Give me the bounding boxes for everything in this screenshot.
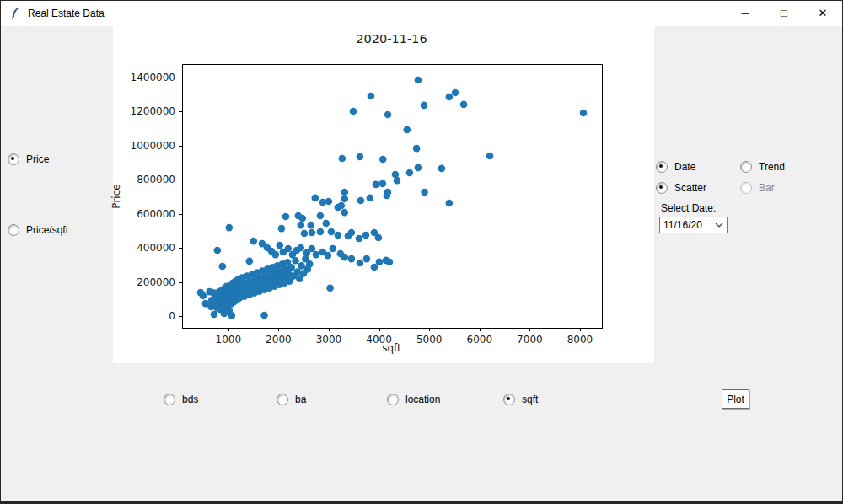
select-date-label: Select Date: xyxy=(661,202,716,214)
data-point xyxy=(211,311,218,319)
data-point xyxy=(452,89,459,97)
data-point xyxy=(362,232,370,239)
data-point xyxy=(277,242,284,249)
data-point xyxy=(379,180,387,188)
radio-label: ba xyxy=(295,394,306,405)
radio-bar: Bar xyxy=(740,182,775,194)
close-icon: ✕ xyxy=(819,8,828,19)
radio-price[interactable]: Price xyxy=(8,153,49,165)
radio-trend[interactable]: Trend xyxy=(740,161,785,173)
data-point xyxy=(384,111,392,119)
radio-circle xyxy=(277,394,288,405)
data-point xyxy=(379,156,387,164)
y-tick-label: 1200000 xyxy=(123,106,175,116)
data-point xyxy=(341,189,349,196)
radio-ba[interactable]: ba xyxy=(277,394,306,405)
radio-label: Scatter xyxy=(674,182,706,194)
x-tick-label: 3000 xyxy=(310,335,347,345)
title-bar[interactable]: Real Estate Data ─ □ ✕ xyxy=(1,1,842,26)
y-tick-mark xyxy=(179,282,182,283)
x-tick-mark xyxy=(429,328,430,331)
radio-sqft[interactable]: sqft xyxy=(503,394,538,405)
data-point xyxy=(357,197,365,205)
radio-label: Bar xyxy=(759,182,775,194)
data-point xyxy=(446,94,454,101)
radio-circle xyxy=(387,394,399,405)
data-point xyxy=(394,177,401,185)
data-point xyxy=(200,292,207,300)
radio-bds[interactable]: bds xyxy=(164,394,198,405)
date-combobox[interactable]: 11/16/20 xyxy=(659,217,728,233)
data-point xyxy=(580,110,588,117)
data-point xyxy=(438,165,446,173)
y-tick-label: 1400000 xyxy=(123,72,175,83)
data-point xyxy=(375,234,383,242)
y-tick-mark xyxy=(179,111,182,112)
radio-circle xyxy=(164,394,175,405)
app-window: Real Estate Data ─ □ ✕ Price Price/sqft … xyxy=(0,0,843,504)
radio-label: sqft xyxy=(522,394,538,405)
data-point xyxy=(406,169,414,177)
data-point xyxy=(350,108,357,115)
data-point xyxy=(325,252,332,260)
data-point xyxy=(301,230,309,238)
y-tick-mark xyxy=(179,316,182,317)
y-tick-mark xyxy=(179,214,182,215)
data-point xyxy=(367,195,374,202)
plot-button[interactable]: Plot xyxy=(722,389,749,409)
y-tick-label: 400000 xyxy=(123,243,175,253)
data-point xyxy=(298,244,305,252)
radio-scatter[interactable]: Scatter xyxy=(656,182,706,194)
x-tick-label: 2000 xyxy=(260,335,297,345)
data-point xyxy=(260,312,268,319)
data-point xyxy=(421,102,428,110)
x-tick-label: 1000 xyxy=(210,335,247,345)
data-point xyxy=(309,245,316,253)
data-point xyxy=(282,213,290,221)
close-button[interactable]: ✕ xyxy=(803,1,842,25)
x-tick-mark xyxy=(278,328,279,331)
caption-buttons: ─ □ ✕ xyxy=(726,1,842,25)
y-tick-label: 800000 xyxy=(123,174,175,185)
data-point xyxy=(341,254,349,261)
data-point xyxy=(339,155,346,163)
radio-location[interactable]: location xyxy=(387,394,440,405)
data-point xyxy=(308,222,315,229)
data-point xyxy=(313,251,320,259)
maximize-button[interactable]: □ xyxy=(765,1,803,25)
data-point xyxy=(285,245,293,253)
data-point xyxy=(317,228,325,236)
date-combobox-value: 11/16/20 xyxy=(660,219,711,231)
data-point xyxy=(326,284,334,292)
data-point xyxy=(287,264,295,271)
radio-label: Price xyxy=(26,153,49,165)
minimize-button[interactable]: ─ xyxy=(726,1,765,25)
y-tick-mark xyxy=(179,248,182,249)
data-point xyxy=(323,220,330,228)
radio-date[interactable]: Date xyxy=(656,161,695,173)
radio-label: location xyxy=(405,394,440,405)
data-point xyxy=(228,312,236,319)
data-point xyxy=(384,189,392,196)
y-tick-mark xyxy=(179,78,182,78)
radio-label: Date xyxy=(674,161,695,173)
radio-price-sqft[interactable]: Price/sqft xyxy=(8,224,68,236)
minimize-icon: ─ xyxy=(741,8,749,19)
data-point xyxy=(272,251,280,259)
data-point xyxy=(341,196,349,203)
data-point xyxy=(446,200,454,207)
chevron-down-icon[interactable] xyxy=(711,217,727,233)
data-point xyxy=(486,153,494,160)
data-point xyxy=(421,189,428,196)
x-tick-mark xyxy=(529,328,530,331)
data-point xyxy=(338,202,346,210)
data-point xyxy=(356,235,363,243)
data-point xyxy=(357,153,364,161)
y-tick-label: 200000 xyxy=(123,277,175,287)
plot-area xyxy=(182,64,603,329)
radio-label: bds xyxy=(182,394,198,405)
data-point xyxy=(312,195,319,202)
data-point xyxy=(348,229,356,237)
scatter-points xyxy=(183,65,602,328)
radio-circle xyxy=(8,153,19,165)
